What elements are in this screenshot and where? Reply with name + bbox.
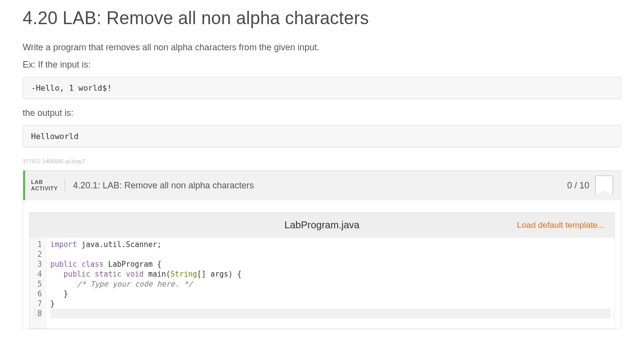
example-input-box: -Hello, 1 world$! (23, 77, 621, 99)
code-editor[interactable]: 1 2 3 4 5 6 7 8 import java.util.Scanner… (30, 238, 614, 328)
line-number: 4 (34, 269, 42, 279)
line-number: 3 (34, 259, 42, 269)
editor-header: LabProgram.java Load default template... (30, 213, 614, 238)
lab-tag-line2: ACTIVITY (31, 185, 58, 192)
line-number: 6 (34, 289, 42, 299)
description-text: Write a program that removes all non alp… (23, 42, 621, 53)
line-number: 7 (34, 299, 42, 309)
code-line[interactable]: /* Type your code here. */ (50, 279, 610, 289)
code-line[interactable] (50, 309, 610, 319)
example-output-box: Helloworld (23, 125, 621, 147)
activity-title: 4.20.1: LAB: Remove all non alpha charac… (65, 180, 567, 191)
line-number: 5 (34, 279, 42, 289)
code-line[interactable]: public static void main(String[] args) { (50, 269, 610, 279)
activity-card: LAB ACTIVITY 4.20.1: LAB: Remove all non… (23, 170, 621, 329)
line-number: 2 (34, 250, 42, 259)
code-lines[interactable]: import java.util.Scanner; public class L… (46, 238, 614, 328)
code-line[interactable]: } (50, 299, 610, 309)
editor-area: LabProgram.java Load default template...… (23, 200, 621, 329)
page-title: 4.20 LAB: Remove all non alpha character… (23, 8, 621, 29)
ribbon-icon (595, 176, 613, 195)
code-line[interactable]: import java.util.Scanner; (50, 240, 610, 250)
line-gutter: 1 2 3 4 5 6 7 8 (30, 238, 46, 328)
example-intro: Ex: If the input is: (23, 60, 621, 70)
output-intro: the output is: (23, 108, 621, 118)
code-line[interactable]: public class LabProgram { (50, 259, 610, 269)
score-display: 0 / 10 (567, 180, 589, 191)
load-default-template-link[interactable]: Load default template... (517, 220, 605, 230)
code-line[interactable]: } (50, 289, 610, 299)
tiny-id: 377412.2406586.qx3zqy7 (23, 158, 621, 164)
lab-tag-line1: LAB (31, 179, 58, 185)
lab-activity-tag: LAB ACTIVITY (31, 179, 65, 192)
line-number: 1 (34, 240, 42, 250)
activity-header: LAB ACTIVITY 4.20.1: LAB: Remove all non… (23, 171, 621, 200)
line-number: 8 (34, 309, 42, 319)
code-line[interactable] (50, 250, 610, 259)
editor-box: LabProgram.java Load default template...… (29, 212, 615, 329)
filename-label: LabProgram.java (284, 219, 359, 231)
